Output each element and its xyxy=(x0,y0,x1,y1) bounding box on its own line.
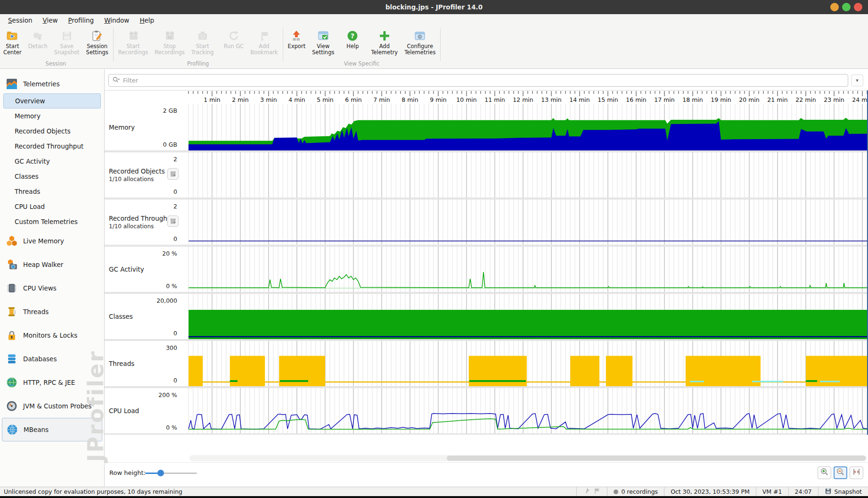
snapshot-timestamp: Oct 30, 2023, 10:53:39 PM xyxy=(664,487,756,496)
svg-text:12 min: 12 min xyxy=(513,96,533,103)
sidebar-item-cpu-views[interactable]: CPU Views xyxy=(0,276,104,300)
flag-icon[interactable] xyxy=(593,487,601,496)
sidebar-section-label: CPU Views xyxy=(23,284,57,292)
configure-telemetries-button[interactable]: Configure Telemetries xyxy=(401,29,439,56)
record-recorded-objects-button[interactable] xyxy=(167,168,179,180)
sidebar-child-label: CPU Load xyxy=(15,203,45,210)
telemetries-icon xyxy=(6,78,17,90)
http-rpc-jee-icon xyxy=(6,377,17,388)
chart-row-recorded-throughput: Recorded Throughput1/10 allocations20 xyxy=(105,199,867,245)
chart-row-label-area: Classes20,0000 xyxy=(105,294,181,339)
menu-window[interactable]: Window xyxy=(99,14,134,26)
window-minimize-button[interactable] xyxy=(830,3,839,11)
start-tracking-button: Start Tracking xyxy=(188,29,217,56)
svg-text:1 min: 1 min xyxy=(204,96,221,103)
svg-text:10 min: 10 min xyxy=(456,96,476,103)
row-label-cpu-load: CPU Load xyxy=(109,407,139,415)
detach-icon xyxy=(32,30,44,42)
row-height-slider-thumb[interactable] xyxy=(157,470,164,476)
sidebar-child-label: Memory xyxy=(15,112,41,120)
timestamp-text: Oct 30, 2023, 10:53:39 PM xyxy=(671,488,750,495)
svg-text:11 min: 11 min xyxy=(484,96,505,103)
row-sublabel-recorded-throughput: 1/10 allocations xyxy=(109,223,154,230)
svg-text:4 min: 4 min xyxy=(288,96,305,103)
horizontal-scrollbar-thumb[interactable] xyxy=(447,456,866,461)
cpu-load-chart[interactable] xyxy=(181,388,867,433)
cpu-views-icon xyxy=(6,282,17,294)
pin-icon[interactable] xyxy=(583,487,590,496)
row-height-slider[interactable] xyxy=(145,468,197,478)
start-recordings-icon xyxy=(127,30,139,42)
vm-indicator[interactable]: VM #1 xyxy=(756,487,788,496)
menu-view[interactable]: View xyxy=(38,14,63,26)
row-label-threads: Threads xyxy=(109,360,134,367)
export-button[interactable]: Export xyxy=(285,29,309,50)
chart-row-label-area: Threads3000 xyxy=(105,341,181,386)
window-close-button[interactable] xyxy=(854,3,862,11)
zoom-out-icon xyxy=(836,467,845,478)
sidebar-item-custom-telemetries[interactable]: Custom Telemetries xyxy=(0,214,104,229)
sidebar-item-monitors-locks[interactable]: Monitors & Locks xyxy=(0,324,104,347)
sidebar-item-heap-walker[interactable]: Heap Walker xyxy=(0,253,104,276)
timeline-ruler[interactable]: 1 min2 min3 min4 min5 min6 min7 min8 min… xyxy=(181,91,867,104)
row-label-memory: Memory xyxy=(109,124,135,131)
sidebar-item-recorded-objects[interactable]: Recorded Objects xyxy=(0,124,104,139)
menubar: SessionViewProfilingWindowHelp xyxy=(0,14,868,26)
jprofiler-window: blocking.jps - JProfiler 14.0 SessionVie… xyxy=(0,0,868,498)
sidebar-section-label: Threads xyxy=(23,308,49,315)
gc-activity-chart[interactable] xyxy=(181,247,867,292)
scale-top-recorded-objects: 2 xyxy=(173,156,177,163)
recorded-throughput-chart[interactable] xyxy=(181,199,867,245)
filter-input[interactable]: Filter xyxy=(108,74,848,87)
chart-row-label-area: Recorded Throughput1/10 allocations20 xyxy=(105,199,181,245)
sidebar-item-threads[interactable]: Threads xyxy=(0,300,104,324)
threads-chart[interactable] xyxy=(181,341,867,386)
toolbar-button-label: Export xyxy=(288,43,306,50)
menu-help[interactable]: Help xyxy=(134,14,159,26)
sidebar-item-live-memory[interactable]: Live Memory xyxy=(0,229,104,253)
svg-text:18 min: 18 min xyxy=(682,96,703,103)
record-recorded-throughput-button[interactable] xyxy=(167,216,179,227)
sidebar-item-recorded-throughput[interactable]: Recorded Throughput xyxy=(0,139,104,154)
zoom-out-button[interactable] xyxy=(834,466,847,479)
toolbar-divider xyxy=(440,28,441,61)
window-maximize-button[interactable] xyxy=(842,3,851,11)
scale-top-gc-activity: 20 % xyxy=(162,250,177,257)
sidebar-item-cpu-load[interactable]: CPU Load xyxy=(0,199,104,214)
memory-chart[interactable] xyxy=(181,104,867,150)
scale-bottom-memory: 0 GB xyxy=(163,141,177,148)
scale-top-classes: 20,000 xyxy=(156,297,177,304)
view-settings-button[interactable]: View Settings xyxy=(309,29,337,56)
sidebar-item-classes[interactable]: Classes xyxy=(0,169,104,184)
add-telemetry-button[interactable]: Add Telemetry xyxy=(368,29,401,56)
fit-to-window-button[interactable] xyxy=(850,466,863,479)
menu-session[interactable]: Session xyxy=(3,14,38,26)
chart-row-label-area: Recorded Objects1/10 allocations20 xyxy=(105,152,181,198)
toolbar-button-label: Detach xyxy=(28,43,48,50)
menu-profiling[interactable]: Profiling xyxy=(63,14,99,26)
sidebar-child-label: Recorded Throughput xyxy=(15,142,83,150)
classes-chart[interactable] xyxy=(181,294,867,339)
recorded-objects-chart[interactable] xyxy=(181,152,867,198)
sidebar-item-telemetries[interactable]: Telemetries xyxy=(0,75,104,93)
sidebar-item-threads[interactable]: Threads xyxy=(0,184,104,199)
toolbar-button-label: Start Recordings xyxy=(118,43,148,56)
scale-top-recorded-throughput: 2 xyxy=(173,203,177,210)
help-button[interactable]: ?Help xyxy=(341,29,364,50)
sidebar-item-gc-activity[interactable]: GC Activity xyxy=(0,154,104,169)
scale-bottom-recorded-objects: 0 xyxy=(173,188,177,195)
sidebar-item-overview[interactable]: Overview xyxy=(3,93,101,108)
filter-dropdown-button[interactable]: ▾ xyxy=(851,75,863,86)
start-center-button[interactable]: Start Center xyxy=(0,29,25,56)
sidebar-section-label: Live Memory xyxy=(23,237,64,245)
filter-bar: Filter ▾ xyxy=(105,69,868,90)
zoom-in-button[interactable] xyxy=(818,466,831,479)
svg-text:23 min: 23 min xyxy=(824,96,844,103)
sidebar-child-label: Classes xyxy=(15,173,39,180)
chart-row-gc-activity: GC Activity20 %0 % xyxy=(105,247,867,292)
horizontal-scrollbar[interactable] xyxy=(189,455,866,461)
window-bottom-edge xyxy=(0,496,868,498)
session-settings-button[interactable]: Session Settings xyxy=(83,29,112,56)
elapsed-time-text: 24:07 xyxy=(795,488,812,495)
sidebar-item-memory[interactable]: Memory xyxy=(0,108,104,124)
